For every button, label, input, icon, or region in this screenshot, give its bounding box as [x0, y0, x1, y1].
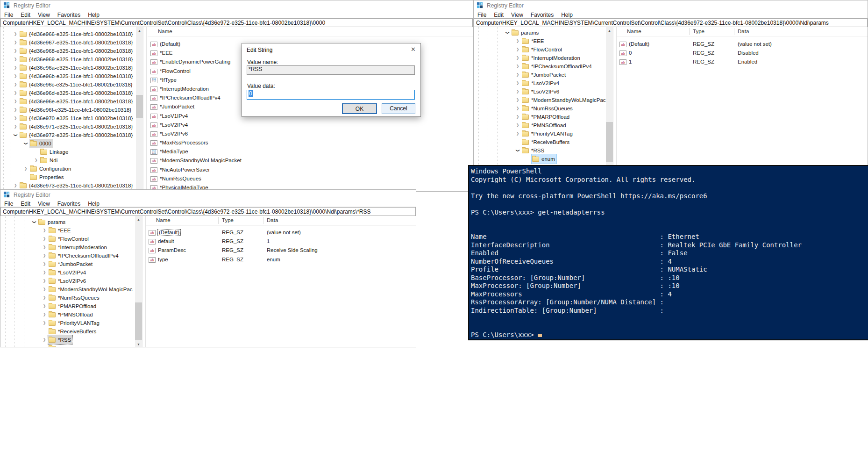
expand-icon[interactable] [514, 113, 521, 121]
tree-node[interactable]: *JumboPacket [474, 71, 606, 79]
value-row[interactable]: *MediaType [148, 148, 473, 157]
value-row[interactable]: *MaxRssProcessors [148, 139, 473, 148]
value-row[interactable]: defaultREG_SZ1 [146, 237, 416, 246]
value-row[interactable]: (Default)REG_SZ(value not set) [146, 229, 416, 237]
value-row[interactable]: 0REG_SZDisabled [617, 49, 868, 58]
scroll-down-icon[interactable]: ▼ [135, 341, 142, 347]
collapse-icon[interactable] [504, 29, 511, 37]
tree-node[interactable]: {4d36e968-e325-11ce-bfc1-08002be10318} [0, 47, 136, 55]
tree-node[interactable]: *IPChecksumOffloadIPv4 [474, 62, 606, 71]
tree-node[interactable]: enum [474, 155, 606, 163]
expand-icon[interactable] [32, 156, 40, 165]
scroll-up-icon[interactable]: ▲ [135, 216, 142, 223]
expand-icon[interactable] [41, 252, 48, 260]
expand-icon[interactable] [12, 64, 19, 72]
address-input[interactable] [0, 207, 416, 216]
expand-icon[interactable] [514, 87, 521, 96]
collapse-icon[interactable] [30, 218, 38, 226]
expand-icon[interactable] [12, 80, 19, 89]
tree-scrollbar[interactable]: ▲ ▼ [135, 216, 142, 347]
tree-node[interactable]: {4d36e96f-e325-11ce-bfc1-08002be10318} [0, 106, 136, 114]
tree-node[interactable]: *LsoV2IPv4 [474, 79, 606, 87]
value-name-field[interactable]: *RSS [247, 65, 415, 75]
expand-icon[interactable] [514, 62, 521, 71]
expand-icon[interactable] [41, 260, 48, 268]
tree-node[interactable] [0, 344, 135, 347]
value-row[interactable]: (Default)REG_SZ(value not set) [617, 40, 868, 49]
tree-node[interactable]: *PMNSOffload [474, 121, 606, 129]
expand-icon[interactable] [41, 294, 48, 302]
collapse-icon[interactable] [12, 131, 19, 139]
expand-icon[interactable] [12, 72, 19, 80]
tree-node[interactable]: *ReceiveBuffers [0, 327, 135, 336]
expand-icon[interactable] [514, 79, 521, 87]
expand-icon[interactable] [514, 96, 521, 104]
value-data-field[interactable]: 0 [247, 90, 415, 100]
expand-icon[interactable] [514, 54, 521, 62]
tree-node[interactable]: *PMARPOffload [0, 302, 135, 310]
expand-icon[interactable] [12, 47, 19, 55]
expand-icon[interactable] [12, 38, 19, 47]
title-bar[interactable]: Registry Editor [0, 0, 473, 10]
tree-node[interactable]: *NumRssQueues [474, 104, 606, 113]
expand-icon[interactable] [41, 302, 48, 310]
tree-node[interactable]: *PriorityVLANTag [0, 319, 135, 327]
tree-node[interactable]: *PMNSOffload [0, 310, 135, 319]
tree-node[interactable]: *LsoV2IPv4 [0, 268, 135, 277]
ok-button[interactable]: OK [342, 103, 377, 114]
expand-icon[interactable] [41, 319, 48, 327]
tree-node[interactable]: {4d36e96d-e325-11ce-bfc1-08002be10318} [0, 89, 136, 97]
tree-node[interactable]: *FlowControl [0, 235, 135, 243]
tree-node[interactable]: {4d36e96e-e325-11ce-bfc1-08002be10318} [0, 97, 136, 106]
tree-scrollbar[interactable]: ▲ [136, 27, 143, 192]
value-row[interactable]: ParamDescREG_SZReceive Side Scaling [146, 246, 416, 255]
expand-icon[interactable] [41, 310, 48, 319]
tree-node[interactable]: params [474, 29, 606, 37]
tree-node[interactable]: *EEE [0, 226, 135, 235]
expand-icon[interactable] [12, 89, 19, 97]
expand-icon[interactable] [41, 226, 48, 235]
expand-icon[interactable] [514, 121, 521, 129]
tree-node[interactable]: {4d36e969-e325-11ce-bfc1-08002be10318} [0, 55, 136, 64]
powershell-window[interactable]: Windows PowerShellCopyright (C) Microsof… [468, 165, 868, 340]
tree-node[interactable]: *LsoV2IPv6 [0, 277, 135, 285]
tree-node[interactable]: {4d36e966-e325-11ce-bfc1-08002be10318} [0, 30, 136, 38]
column-name[interactable]: Name [627, 29, 641, 34]
cancel-button[interactable]: Cancel [382, 103, 415, 114]
expand-icon[interactable] [41, 277, 48, 285]
tree-node[interactable]: *RSS [474, 146, 606, 155]
expand-icon[interactable] [12, 181, 19, 190]
tree-node[interactable]: *IPChecksumOffloadIPv4 [0, 252, 135, 260]
pane-splitter[interactable] [143, 27, 147, 192]
pane-splitter[interactable] [142, 216, 146, 347]
value-row[interactable]: typeREG_SZenum [146, 256, 416, 265]
column-divider[interactable] [734, 28, 734, 35]
tree-node[interactable]: *InterruptModeration [0, 243, 135, 252]
value-row[interactable]: *LsoV2IPv4 [148, 121, 473, 130]
expand-icon[interactable] [514, 129, 521, 138]
value-row[interactable]: 1REG_SZEnabled [617, 58, 868, 67]
expand-icon[interactable] [12, 97, 19, 106]
tree-node[interactable]: {4d36e967-e325-11ce-bfc1-08002be10318} [0, 38, 136, 47]
expand-icon[interactable] [514, 45, 521, 54]
tree-node[interactable]: {4d36e973-e325-11ce-bfc1-08002be10318} [0, 181, 136, 190]
value-row[interactable]: *LsoV2IPv6 [148, 130, 473, 139]
tree-node[interactable]: 0000 [0, 139, 136, 148]
expand-icon[interactable] [22, 165, 29, 173]
expand-icon[interactable] [41, 235, 48, 243]
expand-icon[interactable] [12, 30, 19, 38]
value-row[interactable]: *NumRssQueues [148, 175, 473, 184]
expand-icon[interactable] [514, 104, 521, 113]
expand-icon[interactable] [41, 268, 48, 277]
tree-node[interactable]: {4d36e971-e325-11ce-bfc1-08002be10318} [0, 122, 136, 131]
scroll-thumb[interactable] [135, 302, 142, 340]
tree-node[interactable]: params [0, 218, 135, 226]
column-divider[interactable] [218, 217, 219, 224]
value-row[interactable]: *ModernStandbyWoLMagicPacket [148, 157, 473, 165]
tree-node[interactable]: *EEE [474, 37, 606, 45]
title-bar[interactable]: Registry Editor [474, 0, 868, 10]
expand-icon[interactable] [514, 37, 521, 45]
tree-node[interactable]: *InterruptModeration [474, 54, 606, 62]
tree-node[interactable]: Ndi [0, 156, 136, 165]
collapse-icon[interactable] [22, 139, 29, 148]
